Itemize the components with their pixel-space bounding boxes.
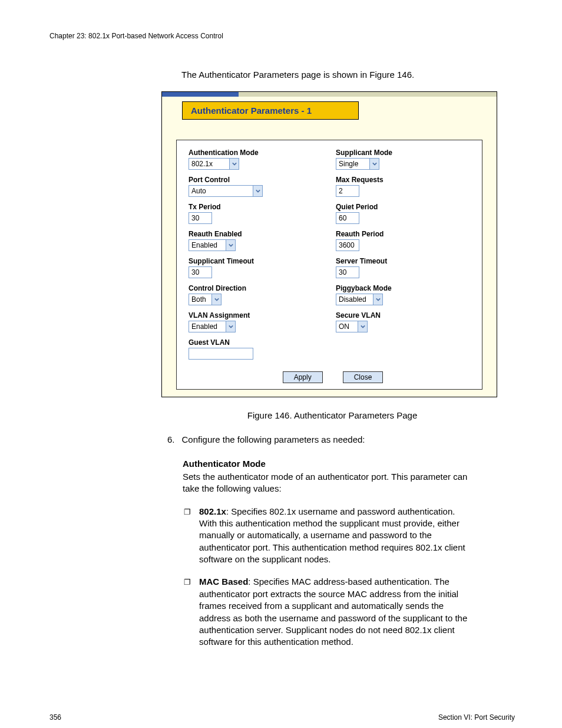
window-accent [162, 92, 497, 97]
bullet-8021x: ❐ 802.1x: Specifies 802.1x username and … [184, 506, 474, 566]
chevron-down-icon[interactable] [358, 321, 367, 332]
chevron-down-icon[interactable] [226, 321, 235, 332]
chevron-down-icon[interactable] [211, 294, 221, 305]
bullet-lead: MAC Based [199, 577, 248, 587]
port-control-select[interactable]: Auto [189, 185, 263, 197]
step-number: 6. [167, 434, 175, 444]
piggyback-select[interactable]: Disabled [336, 294, 383, 305]
bullet-body: : Specifies MAC address-based authentica… [199, 577, 467, 647]
reauth-enabled-select[interactable]: Enabled [189, 239, 236, 251]
secure-vlan-select[interactable]: ON [336, 321, 368, 332]
apply-button[interactable]: Apply [283, 371, 323, 383]
section-label: Section VI: Port Security [438, 713, 515, 722]
piggyback-label: Piggyback Mode [336, 284, 477, 292]
control-dir-select[interactable]: Both [189, 294, 222, 305]
server-timeout-label: Server Timeout [336, 257, 477, 265]
bullet-icon: ❐ [184, 576, 191, 648]
vlan-assign-label: VLAN Assignment [189, 311, 330, 319]
max-req-label: Max Requests [336, 176, 477, 184]
intro-text: The Authenticator Parameters page is sho… [181, 70, 515, 80]
supp-mode-label: Supplicant Mode [336, 149, 477, 157]
bullet-body: : Specifies 802.1x username and password… [199, 506, 465, 565]
page-number: 356 [49, 713, 61, 722]
figure-caption: Figure 146. Authenticator Parameters Pag… [150, 410, 515, 420]
secure-vlan-label: Secure VLAN [336, 311, 477, 319]
guest-vlan-label: Guest VLAN [189, 338, 330, 347]
supp-mode-value: Single [336, 159, 369, 169]
param-title: Authenticator Mode [183, 459, 468, 469]
chevron-down-icon[interactable] [253, 186, 262, 196]
step-6: 6. Configure the following parameters as… [167, 434, 515, 444]
figure-container: Authenticator Parameters - 1 Authenticat… [161, 91, 497, 397]
supp-timeout-value: 30 [189, 267, 211, 278]
supp-timeout-label: Supplicant Timeout [189, 257, 330, 265]
auth-mode-select[interactable]: 802.1x [189, 158, 239, 170]
server-timeout-input[interactable]: 30 [336, 266, 359, 278]
reauth-enabled-value: Enabled [189, 240, 226, 251]
close-button[interactable]: Close [343, 371, 384, 383]
bullet-list: ❐ 802.1x: Specifies 802.1x username and … [184, 506, 474, 648]
chevron-down-icon[interactable] [226, 240, 235, 251]
chapter-header: Chapter 23: 802.1x Port-based Network Ac… [49, 32, 515, 40]
control-dir-label: Control Direction [189, 284, 330, 292]
bullet-mac-based: ❐ MAC Based: Specifies MAC address-based… [184, 576, 474, 648]
reauth-period-value: 3600 [336, 240, 359, 251]
tx-period-label: Tx Period [189, 203, 330, 211]
quiet-input[interactable]: 60 [336, 212, 359, 224]
chevron-down-icon[interactable] [229, 159, 239, 169]
chevron-down-icon[interactable] [369, 159, 379, 169]
step-text: Configure the following parameters as ne… [182, 434, 365, 444]
guest-vlan-input[interactable] [189, 348, 253, 360]
reauth-period-input[interactable]: 3600 [336, 239, 359, 251]
vlan-assign-select[interactable]: Enabled [189, 321, 236, 332]
server-timeout-value: 30 [336, 267, 359, 278]
quiet-label: Quiet Period [336, 203, 477, 211]
tx-period-value: 30 [189, 213, 211, 223]
form-box: Authentication Mode 802.1x Port Control … [176, 140, 482, 390]
chevron-down-icon[interactable] [373, 294, 382, 305]
reauth-period-label: Reauth Period [336, 230, 477, 238]
tx-period-input[interactable]: 30 [189, 212, 212, 224]
guest-vlan-value [189, 348, 253, 359]
bullet-icon: ❐ [184, 506, 191, 566]
auth-mode-label: Authentication Mode [189, 149, 330, 157]
param-authenticator-mode: Authenticator Mode Sets the authenticato… [183, 459, 468, 495]
max-req-input[interactable]: 2 [336, 185, 359, 197]
vlan-assign-value: Enabled [189, 321, 226, 332]
secure-vlan-value: ON [336, 321, 358, 332]
max-req-value: 2 [336, 186, 359, 196]
quiet-value: 60 [336, 213, 359, 223]
panel-title: Authenticator Parameters - 1 [182, 101, 359, 120]
control-dir-value: Both [189, 294, 211, 305]
port-control-label: Port Control [189, 176, 330, 184]
left-column: Authentication Mode 802.1x Port Control … [189, 149, 330, 367]
bullet-lead: 802.1x [199, 506, 226, 516]
port-control-value: Auto [189, 186, 253, 196]
reauth-enabled-label: Reauth Enabled [189, 230, 330, 238]
supp-mode-select[interactable]: Single [336, 158, 379, 170]
supp-timeout-input[interactable]: 30 [189, 266, 212, 278]
param-desc: Sets the authenticator mode of an authen… [183, 471, 468, 495]
auth-mode-value: 802.1x [189, 159, 229, 169]
right-column: Supplicant Mode Single Max Requests 2 [336, 149, 477, 367]
piggyback-value: Disabled [336, 294, 373, 305]
